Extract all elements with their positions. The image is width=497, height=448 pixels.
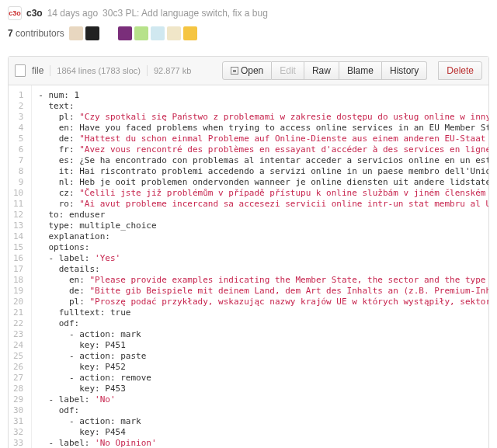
edit-button[interactable]: Edit [272, 61, 304, 80]
line-number[interactable]: 30 [10, 405, 26, 416]
blame-button[interactable]: Blame [339, 61, 382, 80]
contributors-number: 7 [8, 28, 13, 39]
author-avatar[interactable]: c3o [8, 6, 22, 20]
code-line[interactable]: de: "Hattest du schon einmal Probleme au… [38, 134, 488, 144]
code-line[interactable]: - action: mark [38, 329, 488, 340]
contributor-avatar[interactable] [102, 26, 116, 40]
code-line[interactable]: en: "Please provide examples indicating … [38, 275, 488, 286]
line-number[interactable]: 15 [10, 242, 26, 253]
line-number[interactable]: 22 [10, 318, 26, 329]
line-number[interactable]: 32 [10, 427, 26, 438]
code-content[interactable]: - num: 1 text: pl: "Czy spotkali się Pań… [32, 85, 488, 448]
contributor-avatars [69, 26, 197, 40]
line-number[interactable]: 28 [10, 384, 26, 394]
file-label: file [32, 65, 43, 76]
separator [147, 65, 148, 76]
code-line[interactable]: key: P453 [38, 384, 488, 394]
contributor-avatar[interactable] [118, 26, 132, 40]
code-line[interactable]: details: [38, 264, 488, 275]
code-area: 1234567891011121314151617181920212223242… [9, 85, 488, 448]
line-number[interactable]: 3 [10, 112, 26, 123]
line-number[interactable]: 14 [10, 231, 26, 242]
code-line[interactable]: key: P454 [38, 427, 488, 438]
contributors-label: contributors [16, 28, 64, 39]
code-line[interactable]: fulltext: true [38, 307, 488, 318]
line-number[interactable]: 23 [10, 329, 26, 340]
line-number[interactable]: 20 [10, 297, 26, 307]
raw-button[interactable]: Raw [304, 61, 339, 80]
code-line[interactable]: en: Have you faced problems when trying … [38, 123, 488, 134]
line-number[interactable]: 33 [10, 438, 26, 448]
line-number[interactable]: 9 [10, 177, 26, 188]
line-gutter[interactable]: 1234567891011121314151617181920212223242… [9, 85, 32, 448]
author-name[interactable]: c3o [26, 8, 43, 19]
commit-age: 14 days ago [47, 8, 98, 19]
code-line[interactable]: - num: 1 [38, 90, 488, 101]
code-line[interactable]: cz: "Čelili jste již problémům v případě… [38, 188, 488, 199]
code-line[interactable]: text: [38, 101, 488, 112]
line-number[interactable]: 25 [10, 351, 26, 362]
code-line[interactable]: type: multiple_choice [38, 221, 488, 231]
code-line[interactable]: explanation: [38, 231, 488, 242]
code-line[interactable]: - label: 'Yes' [38, 253, 488, 264]
delete-button-group: Delete [438, 61, 482, 80]
line-number[interactable]: 13 [10, 221, 26, 231]
open-button[interactable]: Open [222, 61, 272, 80]
line-number[interactable]: 21 [10, 307, 26, 318]
commit-header: c3o c3o 14 days ago 30c3 PL: Add languag… [0, 0, 497, 23]
contributor-avatar[interactable] [151, 26, 165, 40]
code-line[interactable]: fr: "Avez vous rencontré des problèmes e… [38, 144, 488, 155]
code-line[interactable]: de: "Bitte gib Beispiele mit deinem Land… [38, 286, 488, 297]
line-number[interactable]: 19 [10, 286, 26, 297]
code-line[interactable]: - label: 'No Opinion' [38, 438, 488, 448]
code-line[interactable]: pl: "Czy spotkali się Państwo z problema… [38, 112, 488, 123]
line-number[interactable]: 8 [10, 166, 26, 177]
line-number[interactable]: 16 [10, 253, 26, 264]
line-number[interactable]: 1 [10, 90, 26, 101]
code-line[interactable]: it: Hai riscontrato problemi accedendo a… [38, 166, 488, 177]
contributor-avatar[interactable] [85, 26, 99, 40]
line-number[interactable]: 12 [10, 210, 26, 221]
code-line[interactable]: odf: [38, 405, 488, 416]
line-number[interactable]: 24 [10, 340, 26, 351]
code-line[interactable]: - action: mark [38, 416, 488, 427]
code-line[interactable]: - label: 'No' [38, 394, 488, 405]
code-line[interactable]: ro: "Ai avut probleme incercand sa acces… [38, 199, 488, 210]
code-line[interactable]: - action: remove [38, 373, 488, 384]
contributor-avatar[interactable] [69, 26, 83, 40]
code-line[interactable]: es: ¿Se ha encontrado con problemas al i… [38, 155, 488, 166]
line-number[interactable]: 27 [10, 373, 26, 384]
line-number[interactable]: 26 [10, 362, 26, 373]
contributor-avatar[interactable] [134, 26, 148, 40]
action-button-group: Open Edit Raw Blame History [222, 61, 427, 80]
code-line[interactable]: odf: [38, 318, 488, 329]
line-number[interactable]: 10 [10, 188, 26, 199]
code-line[interactable]: options: [38, 242, 488, 253]
file-toolbar: file 1864 lines (1783 sloc) 92.877 kb Op… [9, 57, 488, 85]
line-number[interactable]: 11 [10, 199, 26, 210]
line-number[interactable]: 29 [10, 394, 26, 405]
line-number[interactable]: 4 [10, 123, 26, 134]
code-line[interactable]: nl: Heb je ooit problemen ondervonden wa… [38, 177, 488, 188]
commit-message[interactable]: 30c3 PL: Add language switch, fix a bug [103, 8, 268, 19]
contributor-avatar[interactable] [167, 26, 181, 40]
code-line[interactable]: to: enduser [38, 210, 488, 221]
code-line[interactable]: key: P451 [38, 340, 488, 351]
code-line[interactable]: - action: paste [38, 351, 488, 362]
history-button[interactable]: History [382, 61, 427, 80]
line-number[interactable]: 17 [10, 264, 26, 275]
code-line[interactable]: pl: "Proszę podać przykłady, wskazując n… [38, 297, 488, 307]
line-number[interactable]: 31 [10, 416, 26, 427]
file-icon [15, 64, 26, 77]
line-number[interactable]: 2 [10, 101, 26, 112]
contributors-count[interactable]: 7 contributors [8, 28, 64, 39]
line-number[interactable]: 5 [10, 134, 26, 144]
line-number[interactable]: 6 [10, 144, 26, 155]
file-lines-meta: 1864 lines (1783 sloc) [57, 66, 141, 75]
line-number[interactable]: 7 [10, 155, 26, 166]
contributor-avatar[interactable] [183, 26, 197, 40]
code-line[interactable]: key: P452 [38, 362, 488, 373]
line-number[interactable]: 18 [10, 275, 26, 286]
open-icon [231, 67, 238, 75]
delete-button[interactable]: Delete [438, 61, 482, 80]
